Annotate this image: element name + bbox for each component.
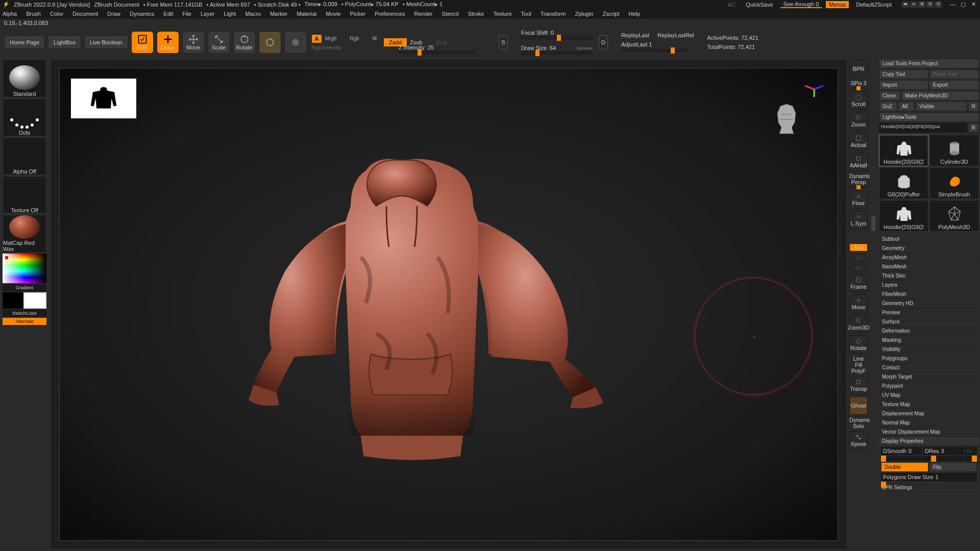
white-swatch[interactable] — [23, 292, 46, 309]
menu-alpha[interactable]: Alpha — [3, 11, 17, 17]
zoom3d-button[interactable]: Zoom3D — [849, 315, 868, 333]
black-swatch[interactable] — [3, 292, 23, 309]
xyz-button[interactable]: Xyz — [849, 243, 868, 252]
panel-displacement[interactable]: Displacement Map — [879, 409, 979, 418]
dsmooth-slider[interactable] — [881, 456, 922, 461]
ghost-button[interactable]: Ghost — [849, 396, 868, 415]
panel-uvmap[interactable]: UV Map — [879, 391, 979, 400]
swatch-pair[interactable] — [3, 292, 46, 309]
menu-movie[interactable]: Movie — [326, 11, 340, 17]
menu-edit[interactable]: Edit — [163, 11, 173, 17]
sculptris-button[interactable] — [259, 31, 281, 54]
goz-visible-button[interactable]: Visible — [916, 102, 967, 111]
menus-button[interactable]: Menus — [826, 1, 849, 8]
menu-draw[interactable]: Draw — [107, 11, 120, 17]
aahalf-button[interactable]: AAHalf — [849, 153, 868, 171]
replay-last-button[interactable]: ReplayLast — [621, 32, 649, 38]
paste-tool-button[interactable]: Paste Tool — [929, 69, 979, 79]
menu-transform[interactable]: Transform — [541, 11, 566, 17]
xpose-button[interactable]: Xpose — [849, 431, 868, 449]
floor-button[interactable]: Floor — [849, 190, 868, 209]
panel-deformation[interactable]: Deformation — [879, 327, 979, 336]
panel-visibility[interactable]: Visibility — [879, 345, 979, 354]
panel-bpr-settings[interactable]: BPR Settings — [879, 483, 979, 492]
panel-thickskin[interactable]: Thick Skin — [879, 271, 979, 281]
panel-contact[interactable]: Contact — [879, 363, 979, 372]
gradient-button[interactable]: Gradient — [3, 284, 46, 291]
minimize-icon[interactable]: — — [949, 1, 957, 8]
live-boolean-button[interactable]: Live Boolean — [84, 36, 128, 49]
menu-layer[interactable]: Layer — [201, 11, 215, 17]
replay-last-rel-button[interactable]: ReplayLastRel — [657, 32, 694, 38]
material-slot[interactable]: MatCap Red Wax — [3, 215, 46, 253]
dynamic-label[interactable]: Dynamic — [577, 46, 593, 51]
m-button[interactable]: M — [373, 36, 377, 41]
tool-hoodie[interactable]: Hoodie{20}G9{2 — [879, 135, 928, 166]
a-toggle[interactable]: A — [312, 35, 322, 43]
draw-mode-button[interactable]: Draw — [157, 31, 179, 54]
menu-render[interactable]: Render — [414, 11, 433, 17]
panel-normalmap[interactable]: Normal Map — [879, 418, 979, 428]
dres-slider[interactable] — [923, 456, 964, 461]
goz-r-button[interactable]: R — [968, 102, 979, 111]
panel-morphtarget[interactable]: Morph Target — [879, 372, 979, 382]
rotate-button[interactable]: Rotate — [849, 335, 868, 354]
make-polymesh-button[interactable]: Make PolyMesh3D — [901, 91, 979, 101]
layout-icon-4[interactable]: ⊟ — [926, 2, 934, 8]
panel-texturemap[interactable]: Texture Map — [879, 400, 979, 409]
linefill-polyf[interactable]: Line FillPolyF — [849, 356, 868, 374]
panel-surface[interactable]: Surface — [879, 317, 979, 327]
texture-slot[interactable]: Texture Off — [3, 176, 46, 214]
frame-button[interactable]: Frame — [849, 274, 868, 292]
tool-puffer[interactable]: G8{20}Puffer — [879, 167, 928, 199]
adjust-last-slider[interactable] — [621, 48, 688, 53]
alternate-button[interactable]: Alternate — [3, 318, 46, 325]
double-button[interactable]: Double — [881, 462, 928, 472]
scroll-button[interactable]: Scroll — [849, 91, 868, 110]
rotate-mode-button[interactable]: Rotate — [233, 31, 256, 54]
stroke-slot[interactable]: Dots — [3, 98, 46, 136]
layout-icon-2[interactable]: ▪▪ — [910, 2, 917, 8]
dynamic-solo[interactable]: DynamicSolo — [849, 417, 868, 429]
maximize-icon[interactable]: ▢ — [959, 1, 967, 8]
lsym-button[interactable]: L.Sym — [849, 211, 868, 229]
tool-r-button[interactable]: R — [968, 123, 979, 133]
mask-thumbnail[interactable] — [71, 79, 136, 118]
default-zscript-button[interactable]: DefaultZScript — [853, 1, 895, 8]
alpha-slot[interactable]: Alpha Off — [3, 137, 46, 175]
ex-slider[interactable] — [965, 456, 977, 461]
lightbox-tools-button[interactable]: Lightbox▸Tools — [879, 112, 979, 122]
divider-handle-icon[interactable] — [871, 216, 875, 231]
ac-button[interactable]: AC — [725, 1, 739, 8]
rgb-button[interactable]: Rgb — [350, 36, 359, 41]
transp-button[interactable]: Transp — [849, 376, 868, 394]
bpr-button[interactable]: BPR — [849, 60, 868, 78]
menu-dynamics[interactable]: Dynamics — [130, 11, 154, 17]
zintensity-slider[interactable] — [399, 51, 475, 55]
menu-light[interactable]: Light — [224, 11, 236, 17]
home-page-button[interactable]: Home Page — [4, 36, 45, 49]
brush-slot[interactable]: Standard — [3, 60, 46, 97]
panel-display-properties[interactable]: Display Properties — [879, 437, 979, 446]
panel-polygroups[interactable]: Polygroups — [879, 354, 979, 363]
tool-cylinder[interactable]: Cylinder3D — [929, 135, 979, 166]
menu-texture[interactable]: Texture — [493, 11, 511, 17]
axis-gizmo[interactable] — [804, 82, 824, 97]
menu-tool[interactable]: Tool — [521, 11, 531, 17]
current-tool-name[interactable]: Hoodie{20}G9{20}Fit{20}Qua — [879, 123, 967, 133]
menu-preferences[interactable]: Preferences — [375, 11, 405, 17]
menu-brush[interactable]: Brush — [26, 11, 41, 17]
import-button[interactable]: Import — [879, 80, 928, 90]
panel-layers[interactable]: Layers — [879, 281, 979, 290]
y-axis-button[interactable]: ○ — [849, 254, 868, 262]
load-tools-button[interactable]: Load Tools From Project — [879, 59, 979, 68]
panel-subtool[interactable]: Subtool — [879, 235, 979, 244]
menu-marker[interactable]: Marker — [270, 11, 287, 17]
tray-divider[interactable] — [870, 58, 878, 551]
focal-shift-slider[interactable] — [521, 36, 593, 40]
draw-size-slider[interactable] — [521, 51, 593, 55]
export-button[interactable]: Export — [929, 80, 979, 90]
panel-polypaint[interactable]: Polypaint — [879, 382, 979, 391]
move-mode-button[interactable]: Move — [182, 31, 205, 54]
tool-hoodie-2[interactable]: Hoodie{20}G9{2 — [879, 200, 928, 232]
